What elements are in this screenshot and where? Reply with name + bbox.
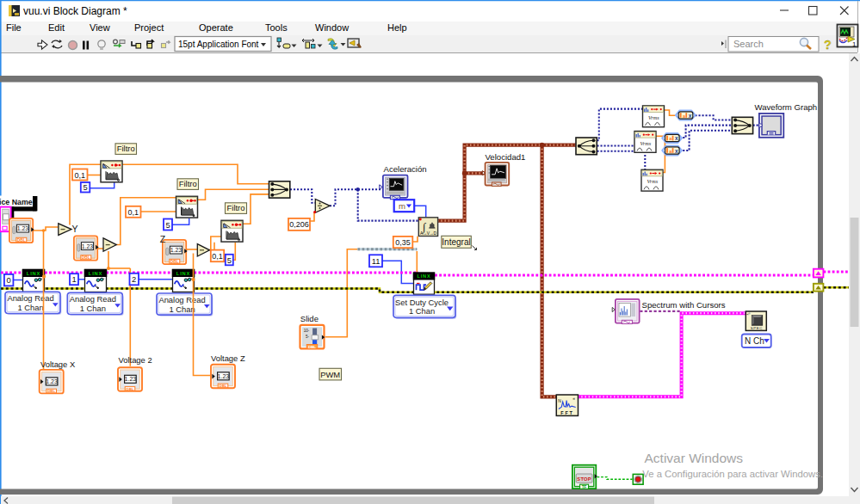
svg-text:N Ch: N Ch	[745, 336, 764, 346]
svg-text:Slide: Slide	[300, 314, 319, 323]
svg-text:Set Duty Cycle: Set Duty Cycle	[395, 298, 449, 307]
svg-text:SPEC: SPEC	[751, 326, 763, 330]
svg-text:«: «	[572, 396, 575, 401]
svg-text:Ve a Configuración para activa: Ve a Configuración para activar Windows.	[642, 469, 823, 479]
svg-text:Integral: Integral	[442, 237, 470, 247]
svg-text:Operate: Operate	[199, 22, 233, 33]
svg-text:Edit: Edit	[48, 22, 65, 33]
svg-text:vuu.vi Block Diagram *: vuu.vi Block Diagram *	[23, 5, 127, 17]
svg-text:0,1: 0,1	[127, 208, 139, 217]
svg-text:Filtro: Filtro	[227, 203, 245, 212]
svg-text:Y: Y	[72, 224, 78, 234]
svg-text:2: 2	[132, 274, 136, 284]
svg-text:Activar Windows: Activar Windows	[645, 451, 744, 465]
svg-text:1: 1	[71, 274, 76, 284]
svg-text:Search: Search	[733, 39, 764, 49]
svg-text:m: m	[399, 201, 405, 211]
svg-text:?: ?	[824, 38, 832, 52]
svg-text:Filtro: Filtro	[117, 144, 135, 153]
svg-text:A→V→D: A→V→D	[420, 230, 436, 236]
svg-text:Aceleración: Aceleración	[384, 164, 427, 174]
svg-text:File: File	[6, 22, 22, 33]
svg-text:5: 5	[83, 182, 87, 192]
svg-text:«º: «º	[746, 312, 750, 317]
svg-text:0,1: 0,1	[212, 252, 223, 261]
svg-text:0,35: 0,35	[395, 238, 411, 247]
svg-text:N: N	[558, 398, 561, 403]
svg-text:10-: 10-	[304, 329, 310, 333]
svg-text:5: 5	[165, 220, 170, 230]
svg-text:ice Name: ice Name	[0, 198, 33, 206]
svg-text:Velocidad1: Velocidad1	[486, 152, 526, 162]
svg-text:Window: Window	[315, 22, 349, 33]
svg-text:Voltage 2: Voltage 2	[119, 355, 152, 365]
svg-text:View: View	[90, 22, 110, 33]
svg-text:15pt Application Font: 15pt Application Font	[178, 40, 259, 49]
svg-text:PWM: PWM	[320, 370, 340, 379]
svg-text:STOP: STOP	[577, 476, 591, 482]
svg-text:1 Chan: 1 Chan	[409, 307, 435, 317]
svg-text:LINX: LINX	[418, 274, 431, 279]
svg-text:Voltage Z: Voltage Z	[211, 353, 245, 363]
svg-text:11: 11	[372, 256, 381, 266]
svg-text:TF: TF	[582, 485, 587, 489]
svg-text:Project: Project	[134, 22, 164, 33]
svg-text:5: 5	[227, 255, 232, 265]
svg-text:Z: Z	[160, 234, 166, 244]
svg-text:1: 1	[852, 40, 857, 48]
svg-text:0: 0	[6, 275, 10, 285]
svg-text:5-: 5-	[306, 335, 310, 339]
svg-text:FFT: FFT	[560, 410, 573, 415]
svg-text:Help: Help	[387, 22, 407, 33]
svg-text:Voltage X: Voltage X	[40, 360, 76, 369]
svg-text:Tools: Tools	[265, 22, 288, 33]
svg-text:0,1: 0,1	[74, 171, 85, 180]
svg-text:Filtro: Filtro	[179, 179, 197, 188]
svg-text:Waveform Graph: Waveform Graph	[755, 102, 818, 112]
svg-text:0,206: 0,206	[289, 220, 309, 229]
svg-text:DBL: DBL	[308, 345, 316, 349]
svg-text:Spectrum with Cursors: Spectrum with Cursors	[642, 300, 726, 310]
